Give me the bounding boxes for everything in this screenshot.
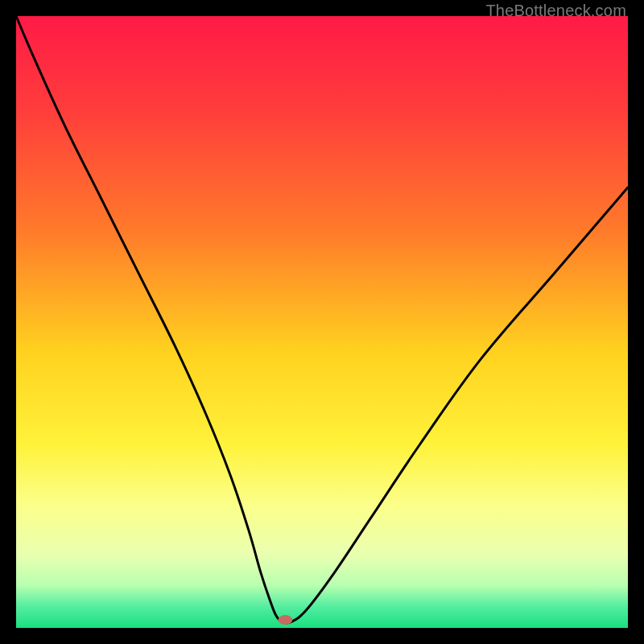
gradient-background — [16, 16, 628, 628]
plot-area — [16, 16, 628, 628]
chart-frame: TheBottleneck.com — [0, 0, 644, 644]
watermark-text: TheBottleneck.com — [485, 2, 626, 20]
optimal-marker — [278, 615, 292, 625]
plot-svg — [16, 16, 628, 628]
